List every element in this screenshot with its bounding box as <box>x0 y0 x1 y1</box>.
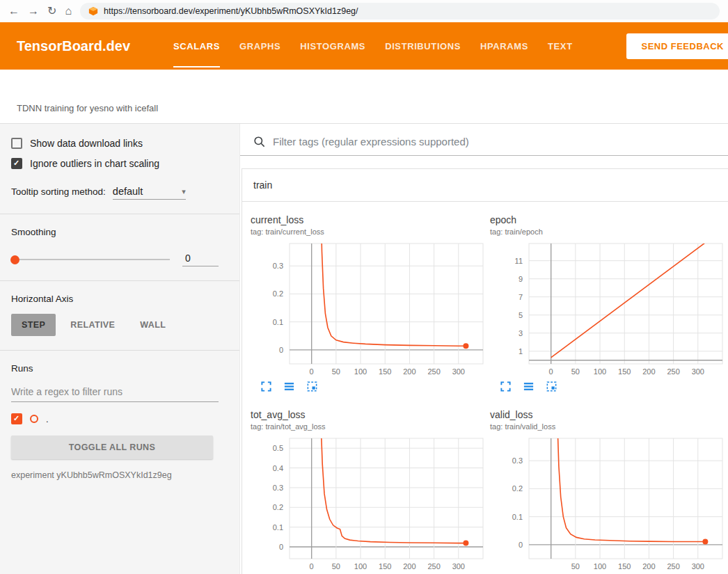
experiment-description-bar: TDNN training for yesno with icefall <box>0 70 728 124</box>
svg-text:0: 0 <box>279 346 283 354</box>
svg-text:100: 100 <box>354 562 367 571</box>
tag-group-card: train current_losstag: train/current_los… <box>242 168 728 574</box>
chart-title: epoch <box>490 214 725 225</box>
toggle-all-runs-button[interactable]: TOGGLE ALL RUNS <box>11 436 213 459</box>
tooltip-sorting-label: Tooltip sorting method: <box>11 186 106 197</box>
svg-text:50: 50 <box>571 367 580 376</box>
svg-text:1: 1 <box>519 347 523 356</box>
divider <box>0 280 239 281</box>
url-text: https://tensorboard.dev/experiment/yKUbh… <box>104 6 358 16</box>
back-icon[interactable]: ← <box>8 6 19 17</box>
show-download-links-row[interactable]: Show data download links <box>11 138 219 149</box>
run-row[interactable]: . <box>11 413 219 424</box>
smoothing-slider[interactable] <box>11 259 170 260</box>
chart-options-icon[interactable] <box>283 381 295 392</box>
svg-text:250: 250 <box>427 562 440 571</box>
tab-text[interactable]: TEXT <box>538 22 583 70</box>
chart-plot[interactable]: 00.10.20.3050100150200250300 <box>251 240 486 378</box>
ignore-outliers-row[interactable]: Ignore outliers in chart scaling <box>11 158 219 169</box>
chart-title: valid_loss <box>490 409 725 420</box>
svg-text:0.2: 0.2 <box>512 484 523 493</box>
chart-card-tot_avg_loss: tot_avg_losstag: train/tot_avg_loss00.10… <box>251 409 486 574</box>
smoothing-slider-knob[interactable] <box>10 255 19 264</box>
svg-text:300: 300 <box>452 562 465 571</box>
fit-domain-icon[interactable] <box>546 381 557 392</box>
show-download-links-checkbox[interactable] <box>11 138 22 149</box>
tab-distributions[interactable]: DISTRIBUTIONS <box>375 22 470 70</box>
send-feedback-button[interactable]: SEND FEEDBACK <box>626 33 728 59</box>
browser-chrome: ← → ↻ ⌂ https://tensorboard.dev/experime… <box>0 0 728 22</box>
chart-plot[interactable]: 00.10.20.350100150200250300 <box>490 435 725 573</box>
tab-graphs[interactable]: GRAPHS <box>230 22 290 70</box>
main-content: train current_losstag: train/current_los… <box>240 124 728 574</box>
horizontal-axis-label: Horizontal Axis <box>11 294 219 304</box>
tooltip-sorting-value: default <box>113 186 143 197</box>
svg-text:50: 50 <box>571 562 580 571</box>
svg-text:200: 200 <box>642 367 655 376</box>
svg-text:0.4: 0.4 <box>273 464 283 472</box>
chart-tag: tag: train/epoch <box>490 228 725 236</box>
run-color-circle-icon <box>30 415 38 423</box>
charts-grid: current_losstag: train/current_loss00.10… <box>242 202 728 574</box>
svg-text:50: 50 <box>332 367 340 376</box>
svg-text:150: 150 <box>379 562 391 571</box>
svg-text:0.5: 0.5 <box>273 444 283 452</box>
svg-text:50: 50 <box>332 562 340 571</box>
chart-card-current_loss: current_losstag: train/current_loss00.10… <box>251 214 486 392</box>
sidebar: Show data download links Ignore outliers… <box>0 124 240 574</box>
tab-histograms[interactable]: HISTOGRAMS <box>290 22 375 70</box>
chart-plot[interactable]: 1357911050100150200250300 <box>490 240 725 378</box>
svg-text:100: 100 <box>594 367 606 376</box>
expand-chart-icon[interactable] <box>260 381 272 392</box>
run-name: . <box>46 414 49 424</box>
chart-plot[interactable]: 00.10.20.30.40.5050100150200250300 <box>251 435 486 573</box>
chart-toolbar <box>490 381 725 392</box>
svg-text:0: 0 <box>549 367 553 376</box>
address-bar[interactable]: https://tensorboard.dev/experiment/yKUbh… <box>80 3 720 19</box>
svg-text:0.3: 0.3 <box>273 262 283 270</box>
filter-tags-input[interactable] <box>273 136 728 148</box>
chart-card-epoch: epochtag: train/epoch1357911050100150200… <box>490 214 725 392</box>
tab-hparams[interactable]: HPARAMS <box>470 22 538 70</box>
chart-title: tot_avg_loss <box>251 409 486 420</box>
tab-scalars[interactable]: SCALARS <box>164 22 230 70</box>
chart-tag: tag: train/tot_avg_loss <box>251 422 486 431</box>
tooltip-sorting-select[interactable]: default ▾ <box>113 186 186 200</box>
fit-domain-icon[interactable] <box>306 381 318 392</box>
svg-text:250: 250 <box>667 562 679 571</box>
horizontal-axis-buttons: STEPRELATIVEWALL <box>11 314 219 336</box>
run-checkbox[interactable] <box>11 413 22 424</box>
experiment-description: TDNN training for yesno with icefall <box>17 103 158 113</box>
svg-text:200: 200 <box>403 367 416 376</box>
svg-text:300: 300 <box>692 562 704 571</box>
chevron-down-icon: ▾ <box>182 187 186 196</box>
chart-tag: tag: train/current_loss <box>251 228 486 236</box>
reload-icon[interactable]: ↻ <box>47 6 56 17</box>
axis-button-relative[interactable]: RELATIVE <box>60 314 125 336</box>
divider <box>0 214 239 214</box>
tag-group-title[interactable]: train <box>242 169 728 202</box>
chart-card-valid_loss: valid_losstag: train/valid_loss00.10.20.… <box>490 409 725 574</box>
svg-text:0.2: 0.2 <box>273 289 283 298</box>
app-title: TensorBoard.dev <box>17 38 130 54</box>
svg-text:100: 100 <box>594 562 606 571</box>
forward-icon[interactable]: → <box>28 6 39 17</box>
experiment-name: experiment yKUbhb5wRmOSXYkId1z9eg <box>11 470 219 480</box>
ignore-outliers-checkbox[interactable] <box>11 158 22 169</box>
svg-text:200: 200 <box>642 562 655 571</box>
tensorboard-favicon-icon <box>88 6 98 16</box>
expand-chart-icon[interactable] <box>500 381 512 392</box>
smoothing-value[interactable]: 0 <box>182 253 219 266</box>
ignore-outliers-label: Ignore outliers in chart scaling <box>30 158 159 169</box>
home-icon[interactable]: ⌂ <box>65 6 72 17</box>
axis-button-wall[interactable]: WALL <box>129 314 176 336</box>
svg-text:100: 100 <box>354 367 367 376</box>
svg-text:7: 7 <box>519 293 523 301</box>
axis-button-step[interactable]: STEP <box>11 314 56 336</box>
runs-filter-input[interactable] <box>11 381 219 402</box>
filter-tags-row <box>240 129 728 156</box>
chart-options-icon[interactable] <box>523 381 535 392</box>
svg-text:0.3: 0.3 <box>512 456 523 465</box>
svg-text:0: 0 <box>310 562 314 571</box>
svg-text:250: 250 <box>667 367 679 376</box>
